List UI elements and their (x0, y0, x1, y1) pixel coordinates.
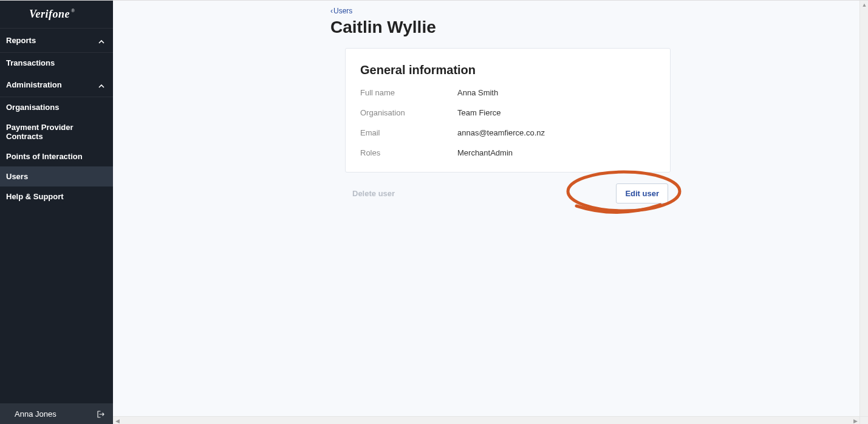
field-email: Email annas@teamfierce.co.nz (360, 128, 655, 137)
sidebar-item-help[interactable]: Help & Support (0, 186, 113, 207)
sidebar-item-ppc[interactable]: Payment Provider Contracts (0, 117, 113, 146)
current-user-label: Anna Jones (15, 409, 56, 419)
field-full-name: Full name Anna Smith (360, 88, 655, 97)
sidebar-item-users[interactable]: Users (0, 166, 113, 186)
actions-row: Delete user Edit user (345, 173, 671, 203)
sidebar-item-label: Help & Support (6, 192, 64, 201)
brand-logo: Verifone® (0, 1, 113, 29)
scroll-right-arrow-icon[interactable]: ▶ (851, 417, 859, 424)
sidebar-section-reports[interactable]: Reports (0, 29, 113, 53)
page-title: Caitlin Wyllie (330, 18, 856, 37)
sidebar: Verifone® Reports Transactions Administr… (0, 1, 113, 424)
horizontal-scrollbar[interactable]: ◀ ▶ (113, 416, 859, 424)
sidebar-item-label: Organisations (6, 103, 59, 112)
field-value: Anna Smith (457, 88, 498, 97)
main-content: ‹Users Caitlin Wyllie General informatio… (113, 1, 868, 424)
card-heading: General information (360, 63, 655, 77)
scroll-left-arrow-icon[interactable]: ◀ (113, 417, 121, 424)
brand-text: Verifone (29, 8, 70, 20)
chevron-left-icon: ‹ (330, 7, 333, 15)
sidebar-section-label: Administration (6, 80, 62, 89)
breadcrumb-label: Users (333, 7, 352, 15)
sidebar-item-transactions[interactable]: Transactions (0, 53, 113, 73)
breadcrumb-back[interactable]: ‹Users (330, 7, 856, 15)
general-info-card: General information Full name Anna Smith… (345, 48, 671, 173)
field-organisation: Organisation Team Fierce (360, 108, 655, 117)
delete-user-link[interactable]: Delete user (352, 189, 395, 198)
registered-mark: ® (71, 8, 75, 13)
sidebar-item-label: Payment Provider Contracts (6, 123, 73, 141)
edit-user-button[interactable]: Edit user (616, 183, 668, 203)
field-label: Organisation (360, 108, 457, 117)
chevron-up-icon (98, 82, 104, 88)
sidebar-item-label: Points of Interaction (6, 152, 83, 161)
scroll-up-arrow-icon[interactable]: ▲ (860, 1, 868, 9)
field-value: MerchantAdmin (457, 148, 513, 157)
logout-icon[interactable] (97, 411, 104, 418)
field-roles: Roles MerchantAdmin (360, 148, 655, 157)
sidebar-nav: Reports Transactions Administration Orga… (0, 29, 113, 403)
vertical-scrollbar[interactable]: ▲ (859, 1, 868, 416)
chevron-up-icon (98, 38, 104, 44)
sidebar-item-poi[interactable]: Points of Interaction (0, 146, 113, 166)
sidebar-footer: Anna Jones (0, 403, 113, 424)
sidebar-item-organisations[interactable]: Organisations (0, 97, 113, 117)
field-label: Full name (360, 88, 457, 97)
sidebar-section-label: Reports (6, 36, 36, 45)
field-label: Email (360, 128, 457, 137)
scroll-corner (859, 416, 868, 424)
field-value: Team Fierce (457, 108, 501, 117)
field-label: Roles (360, 148, 457, 157)
field-value: annas@teamfierce.co.nz (457, 128, 545, 137)
sidebar-item-label: Users (6, 172, 28, 181)
sidebar-item-label: Transactions (6, 58, 55, 67)
sidebar-section-administration[interactable]: Administration (0, 73, 113, 97)
